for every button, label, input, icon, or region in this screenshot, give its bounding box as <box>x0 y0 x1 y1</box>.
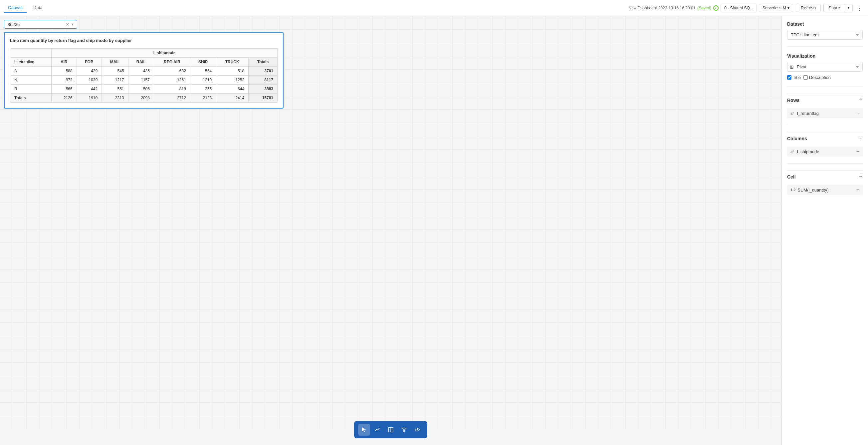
shared-connection-button[interactable]: 0 - Shared SQ... <box>720 4 757 12</box>
totals-row: Totals 2126 1910 2313 2098 2712 2128 241… <box>10 94 278 102</box>
engine-button[interactable]: Serverless M ▾ <box>759 4 793 12</box>
col-ship: SHIP <box>190 58 216 67</box>
visualization-label: Visualization <box>787 53 863 59</box>
right-panel: Dataset TPCH lineitem Visualization ⊞ Pi… <box>781 16 868 445</box>
cell-n-regair: 1261 <box>154 76 190 85</box>
engine-size-label: M <box>783 6 786 10</box>
toolbar-code-button[interactable] <box>411 424 423 436</box>
filter-dropdown-icon[interactable]: ▾ <box>71 22 73 27</box>
columns-item-label: l_shipmode <box>797 149 855 154</box>
columns-section: Columns + aᴬ l_shipmode − <box>787 132 863 156</box>
rows-add-button[interactable]: + <box>859 97 863 103</box>
table-row: R 566 442 551 506 819 355 644 3883 <box>10 85 278 94</box>
rows-item: aᴬ l_returnflag − <box>787 108 863 118</box>
bottom-toolbar <box>354 421 427 438</box>
filter-clear-button[interactable]: ✕ <box>66 22 69 27</box>
cell-a-totals: 3701 <box>249 67 278 76</box>
visualization-select[interactable]: Pivot <box>787 62 863 71</box>
toolbar-filter-button[interactable] <box>398 424 410 436</box>
more-options-button[interactable]: ⋮ <box>855 3 864 13</box>
chart-widget: Line item quantity by return flag and sh… <box>4 32 284 109</box>
row-flag-n: N <box>10 76 52 85</box>
divider-4 <box>787 163 863 164</box>
totals-fob: 1910 <box>76 94 102 102</box>
cell-r-truck: 644 <box>216 85 249 94</box>
formula-remove-button[interactable]: − <box>856 187 859 193</box>
rows-item-remove-button[interactable]: − <box>856 110 859 116</box>
pivot-table: l_shipmode l_returnflag AIR FOB MAIL RAI… <box>10 48 278 102</box>
cell-formula-item: 1.2 SUM(l_quantity) − <box>787 185 863 195</box>
description-checkbox-label[interactable]: Description <box>803 75 831 80</box>
connection-label: 0 - Shared SQ... <box>724 6 753 10</box>
chart-title: Line item quantity by return flag and sh… <box>10 38 278 43</box>
title-checkbox-label[interactable]: Title <box>787 75 801 80</box>
visualization-section: Visualization ⊞ Pivot Title Description <box>787 53 863 80</box>
cell-a-rail: 435 <box>128 67 154 76</box>
cell-n-air: 972 <box>52 76 77 85</box>
tab-canvas[interactable]: Canvas <box>4 3 27 13</box>
canvas-content: 30235 ✕ ▾ Line item quantity by return f… <box>4 20 777 109</box>
main-layout: 30235 ✕ ▾ Line item quantity by return f… <box>0 16 868 445</box>
title-checkbox[interactable] <box>787 75 792 80</box>
col-air: AIR <box>52 58 77 67</box>
totals-ship: 2128 <box>190 94 216 102</box>
rows-item-label: l_returnflag <box>797 111 855 116</box>
cell-r-fob: 442 <box>76 85 102 94</box>
columns-item-remove-button[interactable]: − <box>856 149 859 154</box>
filter-value: 30235 <box>8 22 64 27</box>
dashboard-title: New Dashboard 2023-10-16 16:20:01 <box>629 6 695 10</box>
dataset-select[interactable]: TPCH lineitem <box>787 30 863 40</box>
col-regair: REG AIR <box>154 58 190 67</box>
columns-header: Columns + <box>787 132 863 145</box>
columns-add-button[interactable]: + <box>859 135 863 142</box>
totals-label: Totals <box>10 94 52 102</box>
canvas-area[interactable]: 30235 ✕ ▾ Line item quantity by return f… <box>0 16 781 445</box>
share-dropdown-button[interactable]: ▾ <box>845 4 853 12</box>
status-indicator <box>713 5 719 11</box>
col-truck: TRUCK <box>216 58 249 67</box>
columns-label: Columns <box>787 136 807 141</box>
top-nav: Canvas Data New Dashboard 2023-10-16 16:… <box>0 0 868 16</box>
divider <box>787 46 863 47</box>
tab-data[interactable]: Data <box>29 3 46 13</box>
toolbar-chart-button[interactable] <box>371 424 383 436</box>
pivot-icon: ⊞ <box>790 64 794 69</box>
cell-r-air: 566 <box>52 85 77 94</box>
toolbar-table-button[interactable] <box>385 424 397 436</box>
formula-label: SUM(l_quantity) <box>798 187 854 192</box>
cell-r-totals: 3883 <box>249 85 278 94</box>
cell-n-fob: 1039 <box>76 76 102 85</box>
totals-truck: 2414 <box>216 94 249 102</box>
toolbar-select-button[interactable] <box>358 424 370 436</box>
viz-select-wrapper: ⊞ Pivot <box>787 62 863 71</box>
cell-n-totals: 8117 <box>249 76 278 85</box>
cell-r-rail: 506 <box>128 85 154 94</box>
filter-bar: 30235 ✕ ▾ <box>4 20 777 29</box>
cell-header: Cell + <box>787 170 863 183</box>
col-rail: RAIL <box>128 58 154 67</box>
description-label: Description <box>809 75 831 80</box>
refresh-button[interactable]: Refresh <box>796 4 821 12</box>
cell-add-button[interactable]: + <box>859 173 863 180</box>
description-checkbox[interactable] <box>803 75 808 80</box>
cell-r-regair: 819 <box>154 85 190 94</box>
corner-cell <box>10 49 52 58</box>
cell-a-mail: 545 <box>102 67 128 76</box>
nav-center: New Dashboard 2023-10-16 16:20:01 (Saved… <box>629 4 793 12</box>
svg-text:aᴬ: aᴬ <box>790 150 794 153</box>
totals-air: 2126 <box>52 94 77 102</box>
engine-label: Serverless <box>763 6 781 10</box>
cell-n-ship: 1219 <box>190 76 216 85</box>
col-fob: FOB <box>76 58 102 67</box>
cell-r-ship: 355 <box>190 85 216 94</box>
columns-item-icon: aᴬ <box>790 149 795 154</box>
share-button[interactable]: Share <box>824 4 845 12</box>
columns-item: aᴬ l_shipmode − <box>787 147 863 156</box>
formula-badge: 1.2 <box>790 188 796 192</box>
filter-tag[interactable]: 30235 ✕ ▾ <box>4 20 77 29</box>
svg-text:aᴬ: aᴬ <box>790 111 794 115</box>
table-row: A 588 429 545 435 632 554 518 3701 <box>10 67 278 76</box>
chevron-down-icon: ▾ <box>787 6 789 10</box>
totals-rail: 2098 <box>128 94 154 102</box>
cell-section: Cell + 1.2 SUM(l_quantity) − <box>787 170 863 195</box>
